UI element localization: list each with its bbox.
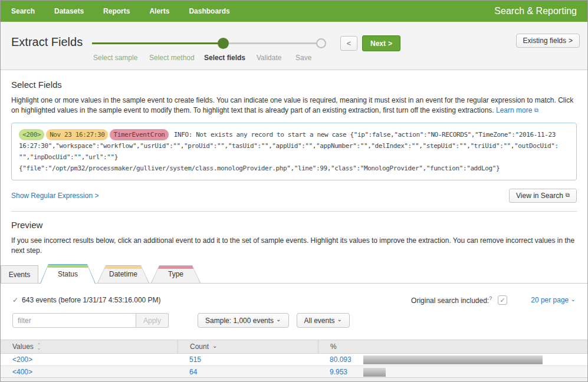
help-question-icon[interactable]: ?	[489, 295, 492, 301]
external-link-icon: ⧉	[534, 107, 538, 113]
count-cell-link[interactable]: 64	[189, 368, 197, 376]
app-title: Search & Reporting	[494, 6, 577, 17]
column-header-count[interactable]: Count ⌄	[178, 340, 318, 353]
sort-desc-icon: ⌄	[212, 343, 217, 349]
results-summary-row: ✓ 643 events (before 1/31/17 4:53:16.000…	[1, 284, 587, 305]
extract-fields-page: SearchDatasetsReportsAlertsDashboards Se…	[0, 0, 588, 382]
step-label-validate: Validate	[257, 54, 281, 62]
nav-item-search[interactable]: Search	[11, 7, 35, 15]
chevron-right-icon: >	[94, 192, 98, 200]
tab-color-stripe	[45, 265, 90, 268]
tab-label: Events	[1, 271, 38, 279]
footer-strip	[1, 377, 587, 381]
percent-cell-link[interactable]: 9.953	[330, 368, 347, 376]
values-table-header: Values ⌃⌄ Count ⌄ %	[1, 340, 587, 354]
page-header: Extract Fields Select sampleSelect metho…	[1, 22, 587, 70]
chevron-right-icon: >	[569, 37, 573, 45]
stepper-labels: Select sampleSelect methodSelect fieldsV…	[92, 54, 326, 63]
count-cell-link[interactable]: 515	[189, 355, 201, 364]
per-page-dropdown[interactable]: 20 per page ⌄	[531, 296, 576, 304]
nav-item-datasets[interactable]: Datasets	[54, 7, 84, 15]
highlighted-value-green[interactable]: <200>	[19, 129, 44, 140]
preview-description: If you see incorrect results below, clic…	[11, 236, 577, 256]
nav-item-alerts[interactable]: Alerts	[149, 7, 169, 15]
event-extra-lines: 16:27:30","workspace":"workflow","usrUid…	[19, 140, 569, 174]
tab-status[interactable]: Status	[40, 264, 96, 284]
filter-row: Apply Sample: 1,000 events ⌄ All events …	[1, 313, 587, 328]
sample-event-box[interactable]: <200>Nov 23 16:27:30TimerEventCron INFO:…	[11, 123, 577, 180]
values-table: Values ⌃⌄ Count ⌄ % <200>51580.093<400>6…	[1, 340, 587, 382]
next-button[interactable]: Next>	[362, 35, 400, 51]
stepper-end-circle	[316, 38, 326, 48]
event-line: 16:27:30","workspace":"workflow","usrUid…	[19, 140, 569, 152]
chevron-right-icon: >	[388, 39, 392, 48]
highlighted-value-pink[interactable]: TimerEventCron	[110, 129, 168, 140]
step-label-select-sample: Select sample	[93, 54, 137, 62]
chevron-down-icon: ⌄	[337, 316, 342, 322]
show-regex-link[interactable]: Show Regular Expression >	[11, 192, 98, 200]
sort-icon: ⌃⌄	[37, 344, 41, 350]
percent-cell-link[interactable]: 80.093	[330, 355, 352, 364]
learn-more-link[interactable]: Learn more ⧉	[496, 106, 538, 114]
app-navbar: SearchDatasetsReportsAlertsDashboards Se…	[1, 1, 587, 22]
column-header-percent[interactable]: %	[318, 340, 587, 353]
external-link-icon: ⧉	[566, 192, 570, 199]
step-label-select-method: Select method	[149, 54, 195, 62]
stepper-line-done	[92, 42, 223, 44]
navbar-items: SearchDatasetsReportsAlertsDashboards	[11, 7, 230, 15]
existing-fields-button[interactable]: Existing fields>	[516, 34, 580, 48]
check-icon: ✓	[12, 296, 18, 304]
chevron-down-icon: ⌄	[571, 296, 576, 302]
tab-datetime[interactable]: Datetime	[97, 265, 149, 283]
nav-item-reports[interactable]: Reports	[103, 7, 130, 15]
summary-controls: Original search included:? ✓ 20 per page…	[411, 295, 576, 305]
percent-bar	[363, 355, 543, 364]
regex-row: Show Regular Expression > View in Search…	[11, 189, 577, 203]
tab-color-stripe	[156, 266, 195, 269]
table-row: <400>649.953	[1, 366, 587, 378]
view-in-search-button[interactable]: View in Search ⧉	[509, 189, 577, 203]
preview-tabs: EventsStatusDatetimeType	[1, 264, 587, 284]
stepper-current-dot	[218, 38, 229, 49]
page-title: Extract Fields	[11, 35, 83, 49]
tab-events[interactable]: Events	[1, 265, 38, 283]
select-fields-description: Highlight one or more values in the samp…	[11, 95, 577, 116]
all-events-dropdown[interactable]: All events ⌄	[297, 313, 350, 328]
preview-section: Preview If you see incorrect results bel…	[1, 212, 587, 256]
check-icon: ✓	[500, 297, 505, 304]
progress-stepper: Select sampleSelect methodSelect fieldsV…	[92, 37, 326, 67]
original-search-label: Original search included:?	[411, 295, 492, 305]
select-fields-section: Select Fields Highlight one or more valu…	[1, 70, 587, 212]
tab-label: Type	[151, 270, 201, 278]
value-cell-link[interactable]: <200>	[12, 355, 32, 364]
step-label-select-fields: Select fields	[204, 54, 245, 62]
nav-item-dashboards[interactable]: Dashboards	[189, 7, 229, 15]
select-fields-heading: Select Fields	[11, 80, 577, 90]
highlighted-value-yellow[interactable]: Nov 23 16:27:30	[46, 129, 108, 140]
back-button[interactable]: <	[340, 36, 357, 51]
step-label-save: Save	[295, 54, 311, 62]
event-line-1: <200>Nov 23 16:27:30TimerEventCron INFO:…	[19, 129, 569, 140]
tab-label: Status	[40, 270, 96, 278]
tab-label: Datetime	[97, 270, 149, 278]
preview-heading: Preview	[11, 220, 577, 230]
event-line: {"file":"/opt/pm32/processmaker/gulliver…	[19, 163, 569, 174]
chevron-left-icon: <	[347, 39, 352, 48]
percent-bar	[363, 368, 386, 377]
tab-type[interactable]: Type	[151, 265, 201, 283]
sample-dropdown[interactable]: Sample: 1,000 events ⌄	[198, 313, 288, 328]
apply-button[interactable]: Apply	[136, 313, 169, 328]
column-header-values[interactable]: Values ⌃⌄	[1, 340, 178, 353]
chevron-down-icon: ⌄	[276, 316, 281, 322]
filter-input[interactable]	[12, 313, 136, 328]
table-row: <200>51580.093	[1, 354, 587, 366]
events-summary: 643 events (before 1/31/17 4:53:16.000 P…	[22, 296, 161, 304]
tab-color-stripe	[103, 266, 144, 269]
event-line: "","inpDocUid":"","url":""}	[19, 152, 569, 163]
original-search-checkbox[interactable]: ✓	[498, 295, 507, 305]
stepper-line-todo	[223, 42, 321, 44]
value-cell-link[interactable]: <400>	[12, 368, 32, 376]
